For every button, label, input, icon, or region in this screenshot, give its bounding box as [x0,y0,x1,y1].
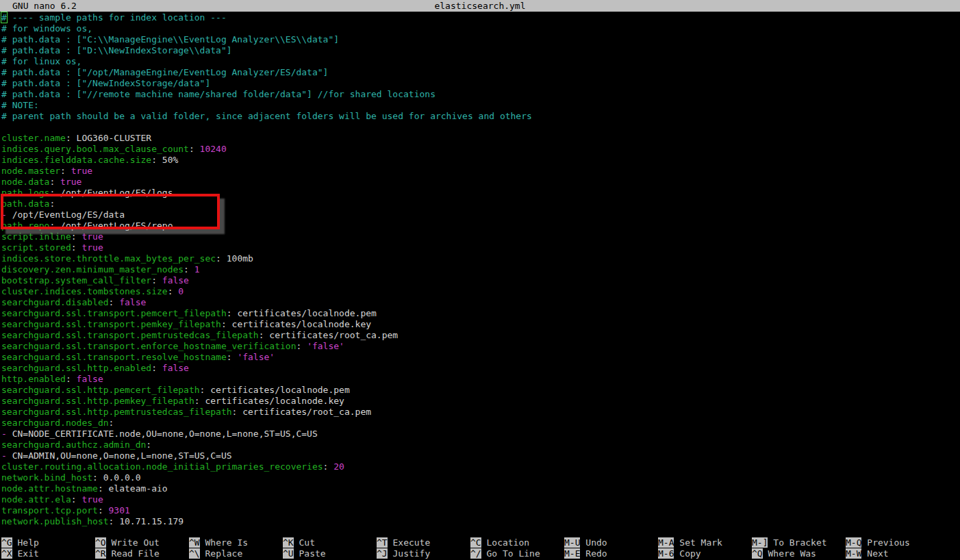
editor-line[interactable] [1,122,959,133]
editor-line[interactable]: transport.tcp.port: 9301 [1,505,959,516]
text-segment: - [1,429,7,439]
editor-line[interactable]: node.data: true [1,177,959,188]
shortcut-item: M-E Redo [564,548,658,559]
text-segment: false [162,363,189,373]
editor-line[interactable]: network.publish_host: 10.71.15.179 [1,516,959,527]
shortcut-key: ^C [470,537,481,548]
shortcut-label: Help [12,537,39,548]
text-segment: searchguard.nodes_dn [1,418,109,428]
text-segment: /opt/EventLog/ES/data [7,209,125,220]
text-segment: : [109,418,114,428]
shortcut-key: ^/ [470,548,481,559]
shortcut-key: ^U [283,548,294,559]
shortcut-label: Set Mark [674,537,722,548]
text-segment: : /opt/EventLog/ES/repo [49,220,173,231]
editor-line[interactable]: path.data: [1,199,959,209]
editor-line[interactable]: # path.data : ["/NewIndexStorage/data"] [1,78,959,89]
file-name-label: elasticsearch.yml [0,0,960,12]
text-segment: true [81,494,103,505]
shortcut-label: Redo [580,548,607,559]
editor-line[interactable]: # ---- sample paths for index location -… [1,12,959,23]
editor-line[interactable]: # path.data : ["/opt/ManageEngine/EventL… [1,67,959,78]
editor-line[interactable]: searchguard.ssl.http.pemtrustedcas_filep… [1,407,959,418]
editor-line[interactable]: searchguard.ssl.transport.pemcert_filepa… [1,308,959,319]
text-segment: : LOG360-CLUSTER [66,133,151,143]
editor-line[interactable]: # path.data : ["//remote machine name/sh… [1,89,959,100]
editor-line[interactable]: bootstrap.system_call_filter: false [1,275,959,286]
editor-line[interactable]: cluster.name: LOG360-CLUSTER [1,133,959,144]
shortcut-label: Justify [388,548,431,559]
editor-line[interactable]: cluster.routing.allocation.node_initial_… [1,461,959,472]
text-segment: 'false' [237,352,275,362]
text-segment: searchguard.ssl.transport.resolve_hostna… [1,352,227,362]
shortcut-label: Cut [294,537,315,548]
text-segment: : [66,374,77,384]
text-segment: node.attr.hostname [1,483,98,494]
editor-line[interactable]: searchguard.ssl.transport.pemkey_filepat… [1,319,959,330]
editor-line[interactable]: # for linux os, [1,56,959,67]
editor-line[interactable]: discovery.zen.minimum_master_nodes: 1 [1,264,959,275]
text-segment: http.enabled [1,374,66,384]
text-segment: : 50% [151,155,178,165]
editor-area[interactable]: # ---- sample paths for index location -… [1,12,959,527]
editor-line[interactable]: cluster.indices.tombstones.size: 0 [1,286,959,297]
shortcut-bar: ^G Help^O Write Out^W Where Is^K Cut^T E… [1,537,960,559]
editor-line[interactable]: indices.store.throttle.max_bytes_per_sec… [1,253,959,264]
editor-line[interactable]: path.logs: /opt/EventLog/ES/logs [1,188,959,199]
shortcut-key: ^G [1,537,12,548]
text-segment: 'false' [307,341,344,351]
text-segment: : [60,166,71,176]
editor-line[interactable]: searchguard.ssl.http.pemcert_filepath: c… [1,385,959,396]
editor-line[interactable]: - CN=ADMIN,OU=none,O=none,L=none,ST=US,C… [1,450,959,461]
shortcut-item: M-] To Bracket [752,537,846,548]
shortcut-key: M-E [564,548,580,559]
editor-line[interactable]: http.enabled: false [1,374,959,385]
text-segment: : [151,275,162,285]
text-segment: bootstrap.system_call_filter [1,275,151,285]
editor-line[interactable]: - /opt/EventLog/ES/data [1,209,959,220]
text-segment: : [184,264,194,275]
editor-line[interactable]: # for windows os, [1,23,959,34]
editor-line[interactable]: indices.query.bool.max_clause_count: 102… [1,144,959,155]
shortcut-label: Write Out [106,537,160,548]
editor-line[interactable]: node.master: true [1,166,959,177]
editor-line[interactable]: node.attr.ela: true [1,494,959,505]
editor-line[interactable]: # NOTE: [1,100,959,111]
editor-line[interactable]: path.repo: /opt/EventLog/ES/repo [1,220,959,231]
editor-line[interactable]: # path.data : ["C:\\ManageEngine\\EventL… [1,34,959,45]
shortcut-item: ^R Read File [95,548,189,559]
editor-line[interactable]: searchguard.authcz.admin_dn: [1,440,959,450]
editor-line[interactable]: node.attr.hostname: elateam-aio [1,483,959,494]
shortcut-label: Copy [674,548,700,559]
editor-line[interactable]: searchguard.ssl.transport.resolve_hostna… [1,352,959,363]
editor-line[interactable]: # parent path should be a valid folder, … [1,111,959,122]
shortcut-label: Execute [388,537,431,548]
shortcut-key: M-W [846,548,861,559]
editor-line[interactable]: searchguard.ssl.http.pemkey_filepath: ce… [1,396,959,407]
editor-line[interactable]: searchguard.ssl.transport.pemtrustedcas_… [1,330,959,341]
editor-line[interactable]: # path.data : ["D:\\NewIndexStorage\\dat… [1,45,959,56]
editor-line[interactable]: indices.fielddata.cache.size: 50% [1,155,959,166]
shortcut-label: Go To Line [481,548,540,559]
shortcut-key: ^K [283,537,294,548]
text-segment: script.stored [1,242,71,253]
text-segment: : certificates/root_ca.pem [259,330,399,340]
shortcut-item: M-6 Copy [658,548,752,559]
text-segment: # for windows os, [1,23,92,34]
text-segment: indices.fielddata.cache.size [1,155,151,165]
text-segment: : [71,494,82,505]
editor-line[interactable]: script.inline: true [1,231,959,242]
shortcut-label: Exit [12,548,39,559]
text-segment: searchguard.ssl.http.enabled [1,363,151,373]
text-segment: false [119,297,146,307]
editor-line[interactable]: searchguard.nodes_dn: [1,418,959,429]
editor-line[interactable]: searchguard.ssl.http.enabled: false [1,363,959,374]
editor-line[interactable]: script.stored: true [1,242,959,253]
text-segment: script.inline [1,231,71,242]
text-segment: : certificates/localnode.pem [227,308,377,318]
editor-line[interactable]: - CN=NODE_CERTIFICATE.node,OU=none,O=non… [1,429,959,440]
editor-line[interactable]: searchguard.disabled: false [1,297,959,308]
editor-line[interactable]: network.bind_host: 0.0.0.0 [1,472,959,483]
editor-line[interactable]: searchguard.ssl.transport.enforce_hostna… [1,341,959,352]
text-segment: cluster.routing.allocation.node_initial_… [1,461,323,472]
